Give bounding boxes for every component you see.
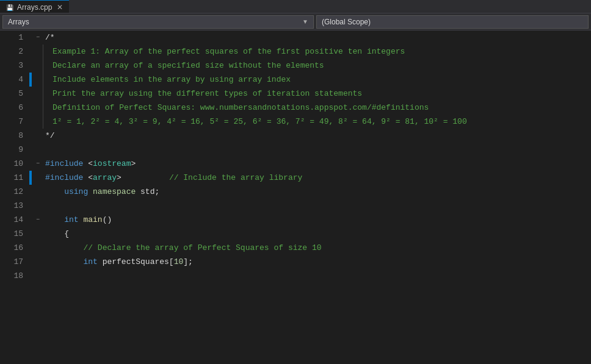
table-row: 4Include elements in the array by using …	[0, 73, 591, 87]
token: /*	[45, 33, 55, 42]
token: iostream	[93, 159, 131, 168]
token: >	[131, 159, 136, 168]
token: ];	[183, 257, 193, 266]
code-text	[43, 199, 591, 213]
collapse-cell	[33, 45, 43, 59]
collapse-cell	[33, 199, 43, 213]
collapse-cell[interactable]: −	[33, 213, 43, 227]
token: // Include the array library	[169, 173, 302, 182]
code-text: // Declare the array of Perfect Squares …	[43, 241, 591, 255]
code-text: {	[43, 227, 591, 241]
line-number: 10	[0, 157, 29, 171]
line-number: 2	[0, 45, 29, 59]
file-dropdown[interactable]: Arrays ▼	[2, 15, 314, 29]
table-row: 15 {	[0, 227, 591, 241]
collapse-cell	[33, 73, 43, 87]
close-icon[interactable]: ✕	[57, 3, 63, 12]
collapse-cell	[33, 255, 43, 269]
line-number: 5	[0, 87, 29, 101]
code-text: #include <array> // Include the array li…	[43, 171, 591, 185]
indicator-cell	[29, 87, 33, 101]
token: std;	[136, 187, 159, 196]
table-row: 18	[0, 269, 591, 283]
collapse-cell	[33, 185, 43, 199]
token: ()	[103, 215, 112, 224]
table-row: 8*/	[0, 129, 591, 143]
line-number: 12	[0, 185, 29, 199]
line-number: 9	[0, 143, 29, 157]
token: Declare an array of a specified size wit…	[53, 61, 324, 70]
indicator-cell	[29, 185, 33, 199]
collapse-cell	[33, 143, 43, 157]
code-text	[43, 269, 591, 283]
token: namespace	[93, 187, 136, 196]
collapse-cell	[33, 129, 43, 143]
table-row: 1−/*	[0, 30, 591, 45]
code-text: #include <iostream>	[43, 157, 591, 171]
nav-bar: Arrays ▼ (Global Scope)	[0, 13, 591, 30]
code-text: 1² = 1, 2² = 4, 3² = 9, 4² = 16, 5² = 25…	[50, 115, 591, 129]
collapse-cell	[33, 115, 43, 129]
collapse-cell[interactable]: −	[33, 157, 43, 171]
tab-save-icon: 💾	[6, 4, 13, 11]
token	[45, 187, 64, 196]
token: */	[45, 131, 55, 140]
code-text	[43, 143, 591, 157]
code-text: Example 1: Array of the perfect squares …	[50, 45, 591, 59]
file-dropdown-label: Arrays	[8, 18, 29, 26]
chevron-down-icon: ▼	[302, 18, 308, 25]
collapse-cell[interactable]: −	[33, 30, 43, 45]
line-number: 16	[0, 241, 29, 255]
indent-guide	[43, 101, 50, 115]
line-number: 15	[0, 227, 29, 241]
indent-guide	[43, 87, 50, 101]
code-text: Declare an array of a specified size wit…	[50, 59, 591, 73]
indent-guide	[43, 59, 50, 73]
token: main	[83, 215, 102, 224]
token: array	[93, 173, 117, 182]
line-number: 11	[0, 171, 29, 185]
table-row: 17 int perfectSquares[10];	[0, 255, 591, 269]
line-number: 18	[0, 269, 29, 283]
collapse-cell	[33, 227, 43, 241]
indicator-cell	[29, 59, 33, 73]
collapse-cell	[33, 241, 43, 255]
scope-dropdown[interactable]: (Global Scope)	[316, 15, 589, 29]
line-number: 3	[0, 59, 29, 73]
collapse-cell	[33, 171, 43, 185]
collapse-cell	[33, 101, 43, 115]
token	[45, 257, 83, 266]
indicator-cell	[29, 45, 33, 59]
code-text: int main()	[43, 213, 591, 227]
token: perfectSquares[	[98, 257, 174, 266]
indent-guide	[43, 45, 50, 59]
indent-guide	[43, 73, 50, 87]
line-number: 6	[0, 101, 29, 115]
token: >	[117, 173, 169, 182]
token: int	[83, 257, 97, 266]
line-number: 1	[0, 30, 29, 45]
indicator-cell	[29, 199, 33, 213]
line-number: 17	[0, 255, 29, 269]
indicator-cell	[29, 157, 33, 171]
indicator-mark	[29, 73, 32, 87]
table-row: 16 // Declare the array of Perfect Squar…	[0, 241, 591, 255]
token: <	[88, 173, 93, 182]
code-text: int perfectSquares[10];	[43, 255, 591, 269]
token: int	[64, 215, 78, 224]
token: Definition of Perfect Squares: www.numbe…	[53, 103, 429, 112]
indicator-cell	[29, 171, 33, 185]
table-row: 6Definition of Perfect Squares: www.numb…	[0, 101, 591, 115]
table-row: 5Print the array using the different typ…	[0, 87, 591, 101]
code-area: 1−/*2Example 1: Array of the perfect squ…	[0, 30, 591, 364]
token: #include	[45, 173, 88, 182]
token: <	[88, 159, 93, 168]
line-number: 8	[0, 129, 29, 143]
indicator-cell	[29, 269, 33, 283]
code-text: using namespace std;	[43, 185, 591, 199]
indicator-cell	[29, 129, 33, 143]
title-bar: 💾 Arrays.cpp ✕	[0, 0, 591, 13]
token: using	[64, 187, 88, 196]
indicator-cell	[29, 73, 33, 87]
tab-arrays-cpp[interactable]: 💾 Arrays.cpp ✕	[0, 0, 69, 13]
